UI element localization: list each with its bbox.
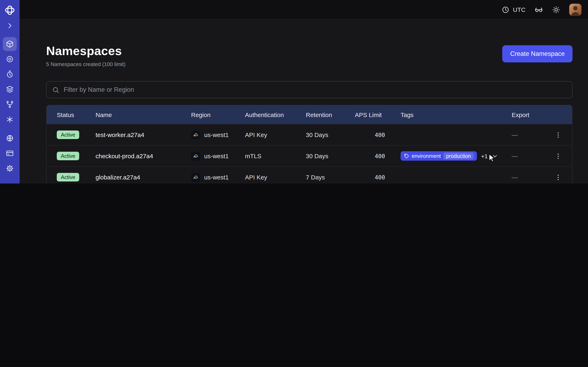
region-label: us-west1 [204,152,229,159]
col-aps-limit: APS Limit [355,111,401,118]
region-label: us-west1 [204,131,229,138]
namespaces-table: Status Name Region Authentication Retent… [46,105,572,184]
search-box [46,81,572,98]
auth-label: API Key [245,174,306,181]
fork-icon [6,100,14,108]
status-badge: Active [57,131,79,139]
table-row: Active checkout-prod.a27a4 us-west1 mTLS… [47,145,572,166]
table-row: Active globalizer.a27a4 us-west1 API Key… [47,166,572,184]
col-region: Region [191,111,245,118]
row-menu-button[interactable] [554,129,562,141]
row-menu-button[interactable] [554,150,562,162]
auth-label: API Key [245,131,306,138]
aps-limit-value: 400 [355,174,401,180]
status-badge: Active [57,173,79,182]
tag-icon [404,153,409,159]
tag-key: environment [412,153,441,159]
sidebar-item-nexus[interactable] [3,98,17,111]
app-root: 2.35.1 UTC [0,0,588,184]
sidebar-item-namespaces[interactable] [3,37,17,51]
theme-toggle-button[interactable] [552,6,560,14]
ellipsis-vertical-icon [554,152,562,160]
lifebuoy-icon [6,183,14,184]
ellipsis-vertical-icon [554,131,562,138]
layers-icon [6,85,14,93]
sidebar-item-billing[interactable] [3,146,17,160]
temporal-logo-icon[interactable] [5,5,15,15]
glasses-icon [535,5,543,14]
status-badge: Active [57,152,79,160]
tags-more-count: +1 [481,153,488,159]
chevron-right-icon [6,22,13,29]
row-menu-button[interactable] [554,171,562,183]
col-export: Export [512,111,554,118]
tags-cell: environment production +1 [401,151,512,161]
asterisk-icon [6,115,14,124]
target-icon [6,55,14,63]
page-subtitle: 5 Namespaces created (100 limit) [46,61,126,67]
aps-limit-value: 400 [355,132,401,138]
export-value: — [512,152,554,159]
sidebar-expand-button[interactable] [4,20,16,31]
gcp-icon [191,173,200,182]
col-name: Name [95,111,191,118]
table-header: Status Name Region Authentication Retent… [47,105,572,124]
sidebar-item-deployments[interactable] [3,82,17,96]
tag-chip[interactable]: environment production [401,151,477,161]
table-row: Active test-worker.a27a4 us-west1 API Ke… [47,124,572,145]
sidebar-nav-account [3,131,17,175]
search-input[interactable] [64,86,567,93]
ellipsis-vertical-icon [554,174,562,181]
gcp-icon [191,130,200,139]
timezone-label: UTC [513,6,526,13]
sidebar-item-web[interactable] [3,131,17,145]
namespace-link[interactable]: globalizer.a27a4 [95,174,140,181]
main-content: Namespaces 5 Namespaces created (100 lim… [20,20,588,184]
sidebar-item-schedules[interactable] [3,67,17,81]
gear-icon [6,164,14,173]
user-avatar[interactable] [569,3,581,16]
region-label: us-west1 [204,174,229,181]
page-title: Namespaces [46,44,126,58]
timer-icon [6,70,14,78]
create-namespace-button[interactable]: Create Namespace [502,45,572,62]
sidebar-nav-help [3,180,17,184]
sidebar: 2.35.1 [0,0,20,184]
tags-expand-chevron[interactable] [492,153,498,159]
search-icon [52,86,60,94]
labs-toggle-button[interactable] [535,5,543,14]
timezone-button[interactable]: UTC [502,6,526,14]
col-tags: Tags [401,111,512,118]
sidebar-nav-primary [3,37,17,126]
aps-limit-value: 400 [355,153,401,159]
card-icon [6,149,14,157]
retention-label: 30 Days [306,131,355,138]
cube-icon [6,40,14,48]
sidebar-item-workflows[interactable] [3,52,17,66]
tags-group: environment production +1 [401,151,498,161]
sidebar-item-support[interactable] [3,180,17,184]
sidebar-item-batch-operations[interactable] [3,113,17,126]
gcp-icon [191,151,200,160]
topbar: UTC [20,0,588,20]
globe-icon [6,134,14,142]
table-body: Active test-worker.a27a4 us-west1 API Ke… [47,124,572,184]
auth-label: mTLS [245,152,306,159]
sun-icon [552,6,560,14]
avatar-silhouette [569,3,581,16]
retention-label: 7 Days [306,174,355,181]
col-status: Status [57,111,95,118]
namespace-link[interactable]: checkout-prod.a27a4 [95,152,153,159]
tag-value: production [443,152,474,159]
retention-label: 30 Days [306,152,355,159]
col-authentication: Authentication [245,111,306,118]
export-value: — [512,174,554,181]
export-value: — [512,131,554,138]
sidebar-item-settings[interactable] [3,161,17,175]
namespace-link[interactable]: test-worker.a27a4 [95,131,144,138]
col-retention: Retention [306,111,355,118]
clock-icon [502,6,510,14]
